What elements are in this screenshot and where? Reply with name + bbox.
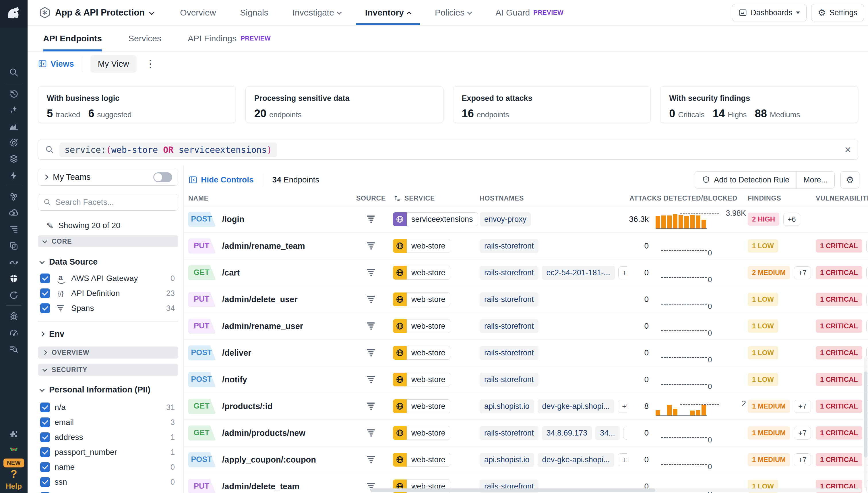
finding-pill[interactable]: 1 LOW (748, 293, 778, 306)
checkbox-checked[interactable] (40, 274, 50, 283)
vulnerability-pill[interactable]: 1 CRITICAL (816, 320, 862, 333)
infrastructure-icon[interactable] (0, 189, 27, 205)
ci-icon[interactable] (0, 287, 27, 303)
table-row[interactable]: POST/deliverweb-storerails-storefront001… (184, 340, 868, 366)
finding-pill[interactable]: 1 MEDIUM (748, 400, 790, 413)
checkbox-checked[interactable] (40, 477, 50, 487)
service-chip[interactable]: web-store (393, 346, 450, 360)
table-row[interactable]: GET/products/:idweb-storeapi.shopist.iod… (184, 393, 868, 420)
catalog-icon[interactable] (0, 151, 27, 167)
finding-pill[interactable]: 1 MEDIUM (748, 453, 790, 466)
checkbox-checked[interactable] (40, 462, 50, 472)
product-switcher[interactable]: App & API Protection (39, 6, 154, 19)
hide-controls-button[interactable]: Hide Controls (188, 175, 254, 185)
service-chip[interactable]: web-store (393, 453, 450, 467)
facet-item[interactable]: address1 (38, 430, 178, 445)
hostnames-more-chip[interactable]: +3 (618, 453, 627, 466)
hostname-chip[interactable]: ec2-54-201-181-... (542, 266, 615, 280)
facet-item[interactable]: ssn0 (38, 475, 178, 490)
finding-pill[interactable]: 1 LOW (748, 239, 778, 253)
hostnames-more-chip[interactable]: +2 (618, 266, 627, 279)
search-facets-input[interactable]: Search Facets... (38, 194, 178, 211)
findings-more-chip[interactable]: +6 (783, 213, 800, 226)
facet-item[interactable]: n/a31 (38, 400, 178, 415)
vulnerabilities-more-chip[interactable]: + (866, 320, 868, 333)
rum-icon[interactable] (0, 238, 27, 254)
overview-section-header[interactable]: OVERVIEW (38, 346, 178, 359)
table-row[interactable]: POST/notifyweb-storerails-storefront001 … (184, 366, 868, 393)
hostname-chip[interactable]: envoy-proxy (480, 212, 531, 227)
checkbox-checked[interactable] (40, 417, 50, 427)
service-chip[interactable]: web-store (393, 293, 450, 306)
summary-card[interactable]: With security findings0Criticals14Highs8… (660, 86, 858, 123)
facet-item[interactable]: aAWS API Gateway0 (38, 271, 178, 286)
hostname-chip[interactable]: rails-storefront (480, 346, 539, 360)
hostname-chip[interactable]: rails-storefront (480, 239, 539, 253)
table-header-col-findings[interactable]: FINDINGS (739, 194, 812, 202)
metrics-icon[interactable] (0, 118, 27, 134)
horizontal-scrollbar[interactable] (370, 488, 862, 492)
summary-card[interactable]: Exposed to attacks16endpoints (453, 86, 651, 123)
my-teams-section[interactable]: My Teams (38, 169, 178, 186)
hostname-chip[interactable]: rails-storefront (480, 319, 539, 333)
service-chip[interactable]: serviceextensions (393, 212, 478, 226)
facet-item[interactable]: passport_number1 (38, 445, 178, 460)
audit-icon[interactable] (0, 341, 27, 357)
vulnerabilities-more-chip[interactable]: + (866, 240, 868, 253)
core-section-header[interactable]: CORE (38, 235, 178, 248)
dashboards-button[interactable]: Dashboards (732, 4, 806, 21)
service-chip[interactable]: web-store (393, 426, 450, 440)
recent-icon[interactable] (0, 85, 27, 102)
hostname-chip[interactable]: rails-storefront (480, 372, 539, 387)
service-chip[interactable]: web-store (393, 239, 450, 253)
game-pixel-icon[interactable] (0, 442, 27, 457)
hostname-chip[interactable]: dev-gke-api.shopi... (538, 453, 615, 467)
actions-icon[interactable] (0, 167, 27, 184)
datadog-logo[interactable] (0, 0, 27, 27)
table-row[interactable]: POST/loginserviceextensionsenvoy-proxy36… (184, 206, 868, 233)
checkbox-checked[interactable] (40, 447, 50, 457)
findings-more-chip[interactable]: +7 (794, 427, 811, 440)
vulnerability-pill[interactable]: 1 CRITICAL (816, 239, 862, 253)
table-header-col-attacks[interactable]: ATTACKS DETECTED/BLOCKED (627, 194, 739, 202)
more-button[interactable]: More... (796, 172, 835, 188)
vulnerability-pill[interactable]: 1 CRITICAL (816, 426, 862, 440)
summary-card[interactable]: With business logic5tracked6suggested (38, 86, 236, 123)
findings-more-chip[interactable]: +7 (794, 400, 811, 413)
table-row[interactable]: PUT/admin/delete_userweb-storerails-stor… (184, 286, 868, 313)
add-to-detection-rule-button[interactable]: Add to Detection Rule (695, 172, 796, 188)
clear-search-icon[interactable]: × (845, 144, 851, 155)
nav-item-signals[interactable]: Signals (228, 0, 280, 25)
checkbox-checked[interactable] (40, 303, 50, 313)
synthetics-icon[interactable] (0, 254, 27, 270)
finding-pill[interactable]: 1 MEDIUM (748, 426, 790, 440)
service-chip[interactable]: web-store (393, 372, 450, 386)
table-row[interactable]: PUT/admin/rename_userweb-storerails-stor… (184, 313, 868, 340)
service-chip[interactable]: web-store (393, 399, 450, 413)
my-teams-toggle[interactable] (153, 172, 172, 182)
vulnerability-pill[interactable]: 1 CRITICAL (816, 373, 862, 386)
checkbox-checked[interactable] (40, 288, 50, 298)
checkbox-checked[interactable] (40, 403, 50, 412)
kebab-menu-icon[interactable]: ⋮ (145, 59, 156, 69)
nav-item-ai-guard[interactable]: AI GuardPREVIEW (483, 0, 575, 25)
security-shield-icon[interactable] (0, 270, 27, 287)
hostname-chip[interactable]: 34.8.69.173 (542, 426, 592, 440)
finding-pill[interactable]: 2 HIGH (748, 213, 779, 226)
facet-item[interactable]: {/}API Definition23 (38, 286, 178, 301)
tab-api-endpoints[interactable]: API Endpoints (43, 26, 102, 51)
hostname-chip[interactable]: rails-storefront (480, 426, 539, 440)
table-row[interactable]: GET/admin/products/newweb-storerails-sto… (184, 420, 868, 447)
findings-more-chip[interactable]: +7 (794, 453, 811, 466)
vulnerability-pill[interactable]: 1 CRITICAL (816, 346, 862, 359)
hostname-chip[interactable]: api.shopist.io (480, 453, 534, 467)
bug-icon[interactable] (0, 308, 27, 324)
showing-facets-control[interactable]: ✎ Showing 20 of 20 (46, 220, 178, 231)
facet-item[interactable]: Spans34 (38, 301, 178, 316)
table-header-col-hostnames[interactable]: HOSTNAMES (475, 194, 627, 202)
tab-services[interactable]: Services (128, 26, 161, 51)
search-query[interactable]: service:(web-store OR serviceextensions) (60, 143, 277, 157)
vulnerability-pill[interactable]: 1 CRITICAL (816, 266, 862, 279)
gauge-icon[interactable] (0, 324, 27, 341)
table-header-col-name[interactable]: NAME (184, 194, 356, 202)
